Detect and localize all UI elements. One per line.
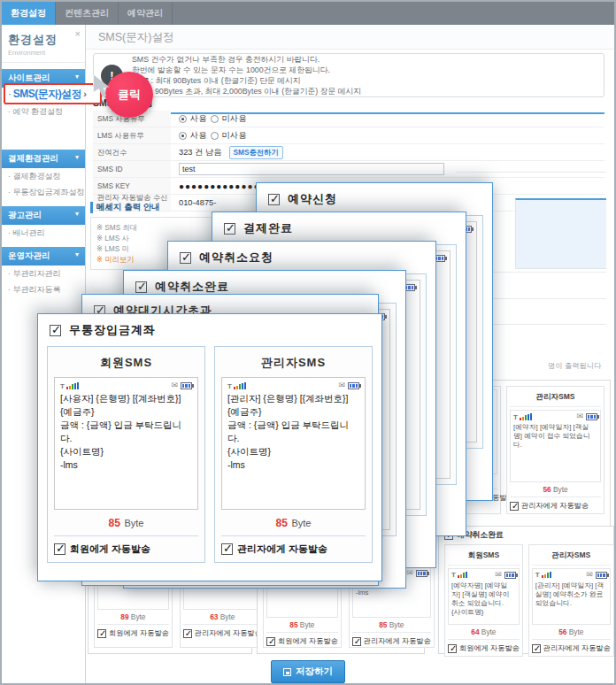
- notice-text: SMS 건수가 없거나 부족한 경우 충전하시기 바랍니다. 한번에 발송할 수…: [132, 54, 361, 96]
- radio-lms-use-off[interactable]: [211, 132, 219, 140]
- nav-tab-contents[interactable]: 컨텐츠관리: [56, 2, 119, 25]
- auto-send-checkbox[interactable]: [532, 644, 541, 653]
- auto-send-checkbox[interactable]: [97, 629, 106, 638]
- sidebar-title: 환경설정: [8, 32, 79, 48]
- admin-sms-column: 관리자SMS T ✉ [관리자] {은행명} [{계좌번호}] {예금주} 금액…: [214, 346, 373, 563]
- sidebar-subtitle: Environment: [8, 49, 79, 57]
- signal-icon: T: [227, 382, 246, 389]
- close-icon[interactable]: ×: [75, 28, 81, 39]
- reservation-admin-box: 관리자SMS T ✉ [예약자] [예약일자] [객실명] 예약이 접수 되었습…: [506, 386, 604, 514]
- battery-icon: [504, 572, 516, 579]
- notice-box: ! SMS 건수가 없거나 부족한 경우 충전하시기 바랍니다. 한번에 발송할…: [93, 53, 604, 97]
- sms-id-input[interactable]: [179, 163, 444, 175]
- sidebar-section-operators[interactable]: 운영자관리▾: [2, 247, 85, 266]
- sidebar-spacer: [2, 119, 85, 143]
- battery-icon: [596, 572, 607, 579]
- cancel-member-box: 회원SMS T ✉ [예약자명] [예약일자] [객실명] 예약이 취소 되었습…: [444, 544, 523, 657]
- cancel-admin-box: 관리자SMS T ✉ [관리자] [예약일자] [객실명] 예약취소가 완료 되…: [528, 544, 614, 657]
- envelope-icon: ✉: [586, 571, 593, 579]
- signal-icon: T: [60, 382, 79, 389]
- save-icon: [283, 668, 291, 676]
- panel-enable-checkbox[interactable]: [268, 194, 280, 205]
- admin-auto-send-checkbox[interactable]: [221, 543, 233, 555]
- envelope-icon: ✉: [576, 412, 583, 420]
- battery-icon: [586, 413, 597, 420]
- form-row-lms-use: LMS 사용유무 사용 미사용: [93, 127, 604, 144]
- background-snippet: 명이 출력됩니다: [548, 361, 601, 371]
- envelope-icon: ✉: [406, 569, 413, 577]
- sidebar-item-payment-settings[interactable]: · 결제환경설정: [2, 168, 85, 184]
- background-highlight-cell: [515, 198, 606, 269]
- auto-send-checkbox[interactable]: [510, 502, 519, 511]
- panel-enable-checkbox[interactable]: [50, 325, 61, 336]
- auto-send-checkbox[interactable]: [266, 637, 275, 646]
- envelope-icon: ✉: [171, 381, 178, 389]
- chevron-down-icon: ▾: [75, 250, 79, 262]
- sidebar-item-reservation-settings[interactable]: · 예약 환경설정: [2, 104, 85, 119]
- section-cancel-complete: 예약취소완료 회원SMS T ✉ [예약자명] [예약일자] [객실명] 예약이…: [438, 526, 614, 654]
- sidebar-item-submanager[interactable]: · 부관리자관리: [2, 266, 85, 281]
- member-auto-send-checkbox[interactable]: [54, 543, 65, 555]
- save-button[interactable]: 저장하기: [271, 660, 345, 683]
- auto-send-checkbox[interactable]: [352, 637, 361, 646]
- nav-tab-reservation[interactable]: 예약관리: [119, 2, 173, 25]
- member-sms-preview: T ✉ [사용자] {은행명} [{계좌번호}] {예금주} 금액 : {금액}…: [54, 377, 198, 510]
- sidebar-section-payment[interactable]: 결제환경관리▾: [2, 150, 85, 168]
- admin-byte-count: 85 Byte: [221, 510, 366, 536]
- form-row-remaining: 잔여건수 323 건 남음 SMS충전하기: [93, 144, 604, 161]
- member-sms-message[interactable]: [사용자] {은행명} [{계좌번호}] {예금주} 금액 : {금액} 입금 …: [60, 392, 192, 472]
- sidebar-item-submanager-register[interactable]: · 부관리자등록: [2, 281, 85, 297]
- admin-sms-preview: T ✉ [관리자] {은행명} [{계좌번호}] {예금주} 금액 : {금액}…: [221, 377, 366, 510]
- sidebar-item-sms-settings[interactable]: · SMS(문자)설정 ›: [4, 83, 102, 104]
- signal-icon: T: [451, 572, 467, 578]
- battery-icon: [181, 382, 192, 389]
- page-title: SMS(문자)설정: [86, 25, 616, 50]
- panel-enable-checkbox[interactable]: [135, 281, 147, 293]
- nav-tab-settings[interactable]: 환경설정: [2, 2, 56, 25]
- signal-icon: T: [535, 572, 551, 578]
- envelope-icon: ✉: [495, 571, 502, 579]
- top-nav: 환경설정 컨텐츠관리 예약관리: [2, 2, 614, 25]
- radio-sms-use-on[interactable]: [179, 115, 187, 123]
- panel-enable-checkbox[interactable]: [224, 223, 235, 235]
- app-window: 환경설정 컨텐츠관리 예약관리 환경설정 Environment × 사이트관리…: [0, 0, 616, 685]
- signal-icon: T: [513, 413, 532, 420]
- admin-sms-message[interactable]: [관리자] {은행명} [{계좌번호}] {예금주} 금액 : {금액} 입금 …: [227, 392, 359, 472]
- battery-icon: [416, 570, 427, 577]
- radio-lms-use-on[interactable]: [179, 132, 187, 140]
- sidebar-section-ads[interactable]: 광고관리▾: [2, 206, 85, 225]
- auto-send-checkbox[interactable]: [183, 629, 192, 638]
- panel-bank-deposit: 무통장입금계좌 회원SMS T ✉ [사용자] {은행명} [{계좌번호}] {…: [37, 313, 382, 581]
- battery-icon: [348, 382, 359, 389]
- click-badge: 클릭: [105, 72, 153, 118]
- member-byte-count: 85 Byte: [54, 510, 198, 536]
- envelope-icon: ✉: [338, 381, 345, 389]
- auto-send-checkbox[interactable]: [448, 644, 457, 653]
- sidebar-header: 환경설정 Environment ×: [2, 25, 85, 63]
- sidebar-item-banner[interactable]: · 배너관리: [2, 225, 85, 241]
- member-sms-column: 회원SMS T ✉ [사용자] {은행명} [{계좌번호}] {예금주} 금액 …: [47, 346, 205, 563]
- form-row-sms-use: SMS 사용유무 사용 미사용: [93, 111, 604, 127]
- sidebar-item-bank-account-settings[interactable]: · 무통장입금계좌설정: [2, 184, 85, 200]
- sms-charge-button[interactable]: SMS충전하기: [229, 146, 283, 159]
- panel-enable-checkbox[interactable]: [180, 252, 191, 264]
- radio-sms-use-off[interactable]: [211, 115, 219, 123]
- chevron-down-icon: ▾: [75, 210, 79, 221]
- chevron-down-icon: ▾: [75, 153, 79, 165]
- remaining-count: 323 건 남음: [179, 147, 222, 158]
